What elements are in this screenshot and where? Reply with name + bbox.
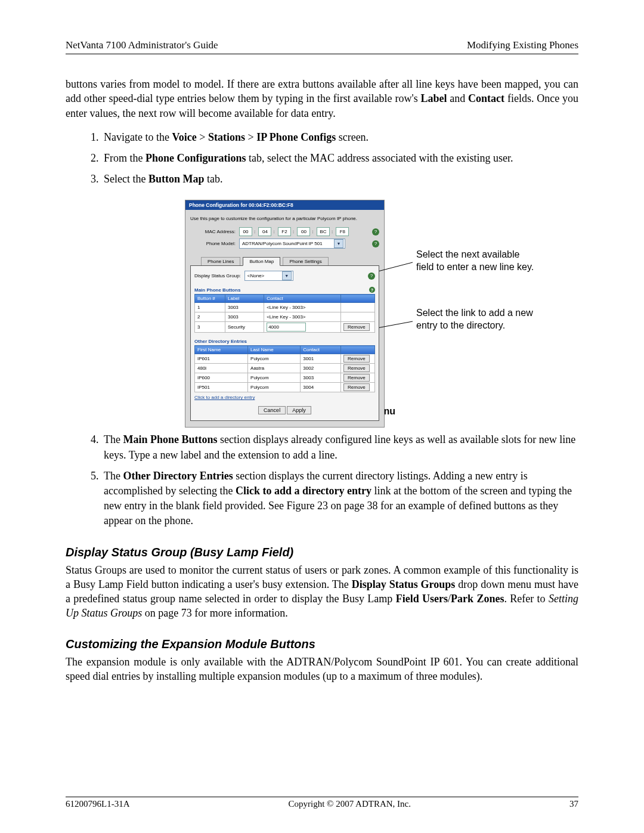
help-icon[interactable]: ? [369, 287, 375, 293]
mac-2[interactable] [258, 227, 271, 236]
mac-3[interactable] [278, 227, 291, 236]
tab-phone-settings[interactable]: Phone Settings [283, 257, 328, 266]
para-dsg: Status Groups are used to monitor the cu… [66, 563, 578, 621]
contact-input[interactable] [267, 323, 306, 332]
step-2: From the Phone Configurations tab, selec… [101, 151, 578, 166]
mac-input-group: : : : : : [239, 227, 349, 236]
page-number: 37 [569, 799, 578, 809]
remove-button[interactable]: Remove [343, 323, 370, 331]
directory-table: First Name Last Name Contact IP601Polyco… [194, 345, 375, 392]
model-value: ADTRAN/Polycom SoundPoint IP 501 [242, 241, 323, 246]
mac-6[interactable] [336, 227, 349, 236]
steps-list-top: Navigate to the Voice > Stations > IP Ph… [66, 130, 578, 187]
cancel-button[interactable]: Cancel [258, 406, 286, 414]
table-row: IP601Polycom3001Remove [195, 354, 375, 364]
table-row: 3 Security Remove [195, 322, 375, 333]
table-row: 2 3003 <Line Key - 3003> [195, 312, 375, 322]
steps-list-bottom: The Main Phone Buttons section displays … [66, 432, 578, 528]
table-row: 480iAastra3002Remove [195, 364, 375, 373]
callout-1: Select the next available field to enter… [416, 249, 535, 274]
model-label: Phone Model: [190, 241, 239, 246]
directory-label: Other Directory Entries [194, 339, 375, 344]
help-icon[interactable]: ? [372, 240, 379, 247]
heading-dsg: Display Status Group (Busy Lamp Field) [66, 546, 578, 559]
remove-button[interactable]: Remove [343, 364, 370, 372]
dsg-label: Display Status Group: [194, 273, 241, 278]
mac-4[interactable] [297, 227, 310, 236]
table-row: IP501Polycom3004Remove [195, 383, 375, 392]
help-icon[interactable]: ? [372, 228, 379, 236]
heading-expansion: Customizing the Expansion Module Buttons [66, 637, 578, 651]
remove-button[interactable]: Remove [343, 355, 370, 363]
doc-number: 61200796L1-31A [66, 799, 130, 809]
add-directory-link[interactable]: Click to add a directory entry [194, 395, 255, 400]
apply-button[interactable]: Apply [287, 406, 311, 414]
phone-config-panel: Phone Configuration for 00:04:F2:00:BC:F… [185, 200, 385, 428]
remove-button[interactable]: Remove [343, 374, 370, 382]
mac-1[interactable] [239, 227, 252, 236]
tab-phone-lines[interactable]: Phone Lines [201, 257, 240, 266]
copyright: Copyright © 2007 ADTRAN, Inc. [288, 799, 411, 809]
dsg-select[interactable]: <None> ▼ [244, 271, 293, 281]
table-row: IP600Polycom3003Remove [195, 373, 375, 383]
step-3: Select the Button Map tab. [101, 172, 578, 187]
mac-label: MAC Address: [190, 229, 239, 234]
main-buttons-label: Main Phone Buttons ? [194, 287, 375, 293]
model-select[interactable]: ADTRAN/Polycom SoundPoint IP 501 ▼ [239, 239, 345, 249]
step-1: Navigate to the Voice > Stations > IP Ph… [101, 130, 578, 145]
step-4: The Main Phone Buttons section displays … [101, 432, 578, 462]
dsg-value: <None> [247, 273, 264, 278]
panel-intro: Use this page to customize the configura… [190, 216, 379, 221]
main-buttons-table: Button # Label Contact 1 3003 <Line Key … [194, 294, 375, 333]
figure-20-wrap: Phone Configuration for 00:04:F2:00:BC:F… [66, 200, 578, 402]
doc-title: NetVanta 7100 Administrator's Guide [66, 39, 218, 51]
table-row: 1 3003 <Line Key - 3003> [195, 303, 375, 312]
intro-paragraph: buttons varies from model to model. If t… [66, 77, 578, 120]
chevron-down-icon: ▼ [282, 271, 292, 280]
tab-button-map[interactable]: Button Map [243, 257, 280, 266]
mac-5[interactable] [317, 227, 330, 236]
callout-2: Select the link to add a new entry to th… [416, 307, 535, 332]
remove-button[interactable]: Remove [343, 383, 370, 391]
section-title: Modifying Existing Phones [467, 39, 578, 51]
chevron-down-icon: ▼ [334, 239, 343, 248]
step-5: The Other Directory Entries section disp… [101, 469, 578, 529]
panel-title: Phone Configuration for 00:04:F2:00:BC:F… [185, 200, 384, 210]
help-icon[interactable]: ? [368, 272, 375, 280]
para-expansion: The expansion module is only available w… [66, 655, 578, 684]
